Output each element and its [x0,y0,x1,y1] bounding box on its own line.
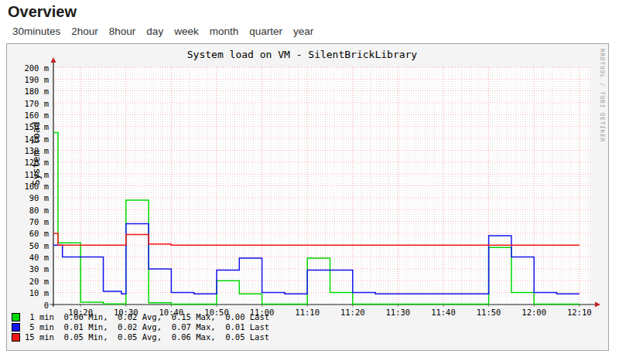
y-tick-label: 30 m [7,264,49,274]
nav-link-week[interactable]: week [174,26,199,37]
legend-text: 1 min 0.00 Min, 0.02 Avg, 0.15 Max, 0.00… [25,312,269,321]
y-tick-label: 200 m [7,63,49,73]
nav-link-day[interactable]: day [146,26,163,37]
x-tick-label: 11:20 [336,308,370,317]
nav-link-2hour[interactable]: 2hour [71,26,98,37]
nav-link-quarter[interactable]: quarter [249,26,282,37]
x-tick-label: 11:40 [426,308,460,317]
axis-arrow [595,302,600,308]
y-tick-label: 80 m [7,206,49,215]
y-tick-label: 10 m [7,288,49,298]
nav-link-year[interactable]: year [293,26,313,37]
y-tick-label: 90 m [7,193,49,202]
y-tick-label: 40 m [7,253,49,262]
x-tick-label: 12:10 [563,308,597,317]
legend-swatch [12,313,20,321]
x-tick-label: 11:30 [381,308,415,317]
nav-link-30minutes[interactable]: 30minutes [12,26,60,37]
legend-row-5-min: 5 min 0.01 Min, 0.02 Avg, 0.07 Max, 0.01… [12,322,269,332]
legend-text: 15 min 0.05 Min, 0.05 Avg, 0.06 Max, 0.0… [25,332,269,342]
y-tick-label: 160 m [7,111,49,120]
y-tick-label: 140 m [7,134,49,144]
y-tick-label: 120 m [7,158,49,167]
y-tick-label: 110 m [7,170,49,179]
axis-arrow [51,57,56,63]
y-tick-label: 0 [7,301,49,310]
legend-text: 5 min 0.01 Min, 0.02 Avg, 0.07 Max, 0.01… [25,322,269,332]
y-tick-label: 70 m [7,217,49,226]
legend-row-1-min: 1 min 0.00 Min, 0.02 Avg, 0.15 Max, 0.00… [12,312,269,321]
plot-canvas [53,67,590,304]
y-tick-label: 130 m [7,146,49,155]
y-tick-label: 170 m [7,99,49,108]
y-tick-label: 100 m [7,182,49,191]
legend-swatch [12,323,20,332]
page-title: Overview [8,3,77,21]
x-tick-label: 11:10 [290,308,324,317]
nav-link-8hour[interactable]: 8hour [109,26,136,37]
time-range-nav: 30minutes2hour8hourdayweekmonthquarterye… [12,26,324,37]
plot-area [7,44,608,350]
x-tick-label: 11:50 [472,308,506,317]
legend-row-15-min: 15 min 0.05 Min, 0.05 Avg, 0.06 Max, 0.0… [12,332,269,342]
x-tick-label: 12:00 [517,308,551,317]
legend-swatch [12,333,20,342]
y-tick-label: 60 m [7,229,49,238]
y-tick-label: 20 m [7,277,49,286]
y-tick-label: 150 m [7,122,49,131]
y-tick-label: 190 m [7,75,49,84]
nav-link-month[interactable]: month [210,26,239,37]
y-tick-label: 180 m [7,87,49,96]
load-graph: System load on VM - SilentBrickLibrary S… [6,43,609,351]
y-tick-label: 50 m [7,241,49,250]
